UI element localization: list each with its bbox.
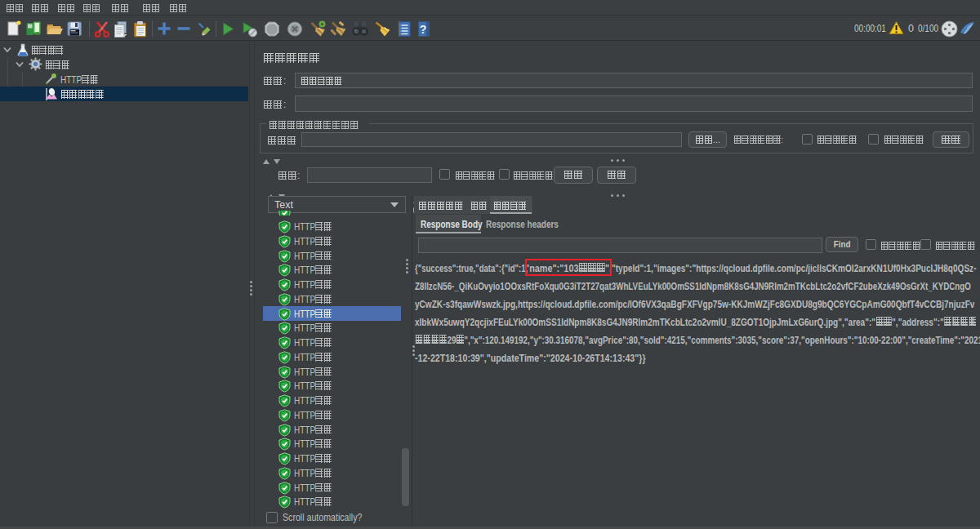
svg-text:?: ? [420,23,427,36]
